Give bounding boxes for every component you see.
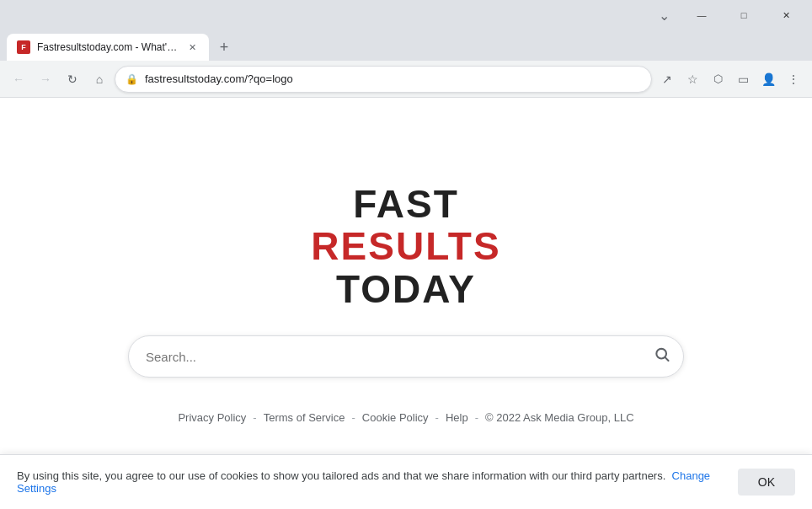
lock-icon: 🔒 — [126, 73, 138, 85]
url-text: fastresultstoday.com/?qo=logo — [145, 72, 641, 85]
cookie-text: By using this site, you agree to our use… — [17, 469, 724, 495]
search-input[interactable] — [128, 335, 684, 378]
tab-close-button[interactable]: ✕ — [185, 40, 199, 54]
url-bar[interactable]: 🔒 fastresultstoday.com/?qo=logo — [115, 66, 652, 93]
toolbar-actions: ↗ ☆ ⬡ ▭ 👤 ⋮ — [655, 67, 805, 91]
extensions-button[interactable]: ⬡ — [706, 67, 729, 91]
footer-links: Privacy Policy - Terms of Service - Cook… — [178, 411, 633, 424]
tab-favicon: F — [17, 40, 30, 54]
separator-1: - — [253, 411, 256, 424]
search-icon — [654, 346, 670, 363]
cookie-banner: By using this site, you agree to our use… — [0, 454, 812, 509]
chevron-down-icon[interactable]: ⌄ — [652, 3, 676, 27]
logo-fast: FAST — [353, 183, 459, 226]
sidebar-button[interactable]: ▭ — [731, 67, 755, 91]
page-content: FAST RESULTS TODAY Privacy Policy - Term… — [0, 98, 812, 509]
separator-3: - — [435, 411, 439, 424]
new-tab-button[interactable]: + — [212, 35, 236, 59]
bookmark-button[interactable]: ☆ — [681, 67, 704, 91]
site-logo: FAST RESULTS TODAY — [311, 183, 500, 311]
maximize-button[interactable]: □ — [724, 3, 763, 27]
copyright-text: © 2022 Ask Media Group, LLC — [485, 411, 634, 424]
separator-4: - — [475, 411, 478, 424]
search-container — [128, 335, 684, 378]
reload-button[interactable]: ↻ — [61, 67, 84, 91]
close-button[interactable]: ✕ — [767, 3, 805, 27]
separator-2: - — [352, 411, 355, 424]
tab-bar: F Fastresultstoday.com - What's Yo ✕ + — [0, 30, 812, 61]
cookie-policy-link[interactable]: Cookie Policy — [362, 411, 429, 424]
window-controls: ⌄ — □ ✕ — [652, 3, 805, 27]
terms-of-service-link[interactable]: Terms of Service — [264, 411, 345, 424]
menu-button[interactable]: ⋮ — [782, 67, 805, 91]
help-link[interactable]: Help — [446, 411, 468, 424]
active-tab[interactable]: F Fastresultstoday.com - What's Yo ✕ — [7, 34, 209, 61]
forward-button[interactable]: → — [34, 67, 57, 91]
tab-title: Fastresultstoday.com - What's Yo — [37, 41, 179, 53]
minimize-button[interactable]: — — [682, 3, 721, 27]
logo-results: RESULTS — [311, 225, 500, 268]
logo-today: TODAY — [336, 268, 476, 311]
search-button[interactable] — [654, 346, 670, 367]
home-button[interactable]: ⌂ — [88, 67, 111, 91]
ok-button[interactable]: OK — [738, 469, 795, 496]
profile-button[interactable]: 👤 — [756, 67, 780, 91]
back-button[interactable]: ← — [7, 67, 30, 91]
share-button[interactable]: ↗ — [655, 67, 679, 91]
privacy-policy-link[interactable]: Privacy Policy — [178, 411, 246, 424]
address-bar: ← → ↻ ⌂ 🔒 fastresultstoday.com/?qo=logo … — [0, 61, 812, 98]
title-bar: ⌄ — □ ✕ — [0, 0, 812, 30]
svg-line-1 — [665, 358, 669, 362]
